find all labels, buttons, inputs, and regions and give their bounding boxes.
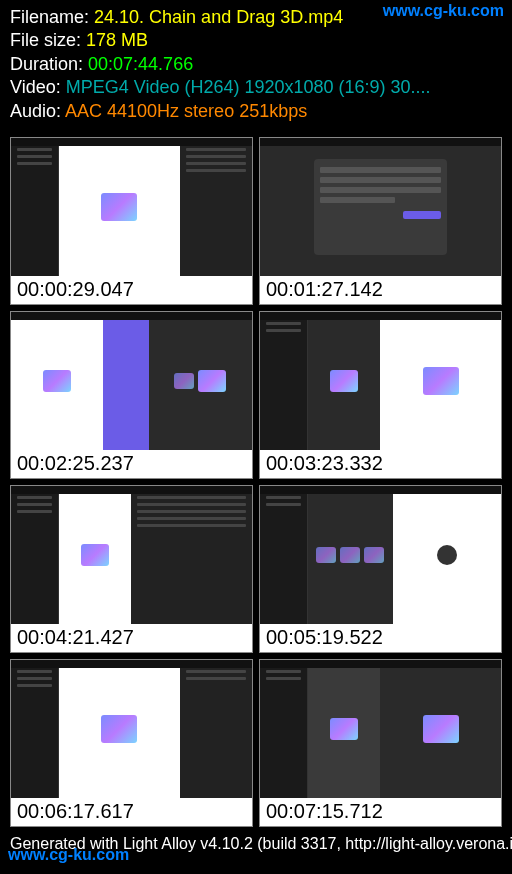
video-label: Video:	[10, 77, 66, 97]
duration-label: Duration:	[10, 54, 88, 74]
thumbnail-image	[11, 660, 252, 798]
thumbnail-cell: 00:01:27.142	[259, 137, 502, 305]
timestamp-label: 00:06:17.617	[11, 798, 252, 826]
watermark-bottom: www.cg-ku.com	[8, 846, 129, 864]
thumbnail-cell: 00:03:23.332	[259, 311, 502, 479]
audio-value: AAC 44100Hz stereo 251kbps	[65, 101, 307, 121]
timestamp-label: 00:04:21.427	[11, 624, 252, 652]
video-value: MPEG4 Video (H264) 1920x1080 (16:9) 30..…	[66, 77, 431, 97]
duration-value: 00:07:44.766	[88, 54, 193, 74]
timestamp-label: 00:02:25.237	[11, 450, 252, 478]
thumbnail-cell: 00:04:21.427	[10, 485, 253, 653]
filesize-row: File size: 178 MB	[10, 29, 502, 52]
thumbnail-cell: 00:00:29.047	[10, 137, 253, 305]
thumbnail-cell: 00:06:17.617	[10, 659, 253, 827]
thumbnail-image	[260, 138, 501, 276]
audio-row: Audio: AAC 44100Hz stereo 251kbps	[10, 100, 502, 123]
thumbnail-cell: 00:07:15.712	[259, 659, 502, 827]
video-row: Video: MPEG4 Video (H264) 1920x1080 (16:…	[10, 76, 502, 99]
thumbnail-grid: 00:00:29.047 00:01:27.142	[0, 131, 512, 827]
timestamp-label: 00:07:15.712	[260, 798, 501, 826]
timestamp-label: 00:01:27.142	[260, 276, 501, 304]
thumbnail-image	[260, 486, 501, 624]
thumbnail-image	[260, 660, 501, 798]
audio-label: Audio:	[10, 101, 65, 121]
filename-value: 24.10. Chain and Drag 3D.mp4	[94, 7, 343, 27]
timestamp-label: 00:03:23.332	[260, 450, 501, 478]
thumbnail-image	[260, 312, 501, 450]
filesize-value: 178 MB	[86, 30, 148, 50]
filename-label: Filename:	[10, 7, 94, 27]
thumbnail-image	[11, 486, 252, 624]
watermark-top: www.cg-ku.com	[383, 2, 504, 20]
filesize-label: File size:	[10, 30, 86, 50]
thumbnail-image	[11, 138, 252, 276]
thumbnail-cell: 00:02:25.237	[10, 311, 253, 479]
thumbnail-cell: 00:05:19.522	[259, 485, 502, 653]
timestamp-label: 00:00:29.047	[11, 276, 252, 304]
thumbnail-image	[11, 312, 252, 450]
timestamp-label: 00:05:19.522	[260, 624, 501, 652]
duration-row: Duration: 00:07:44.766	[10, 53, 502, 76]
